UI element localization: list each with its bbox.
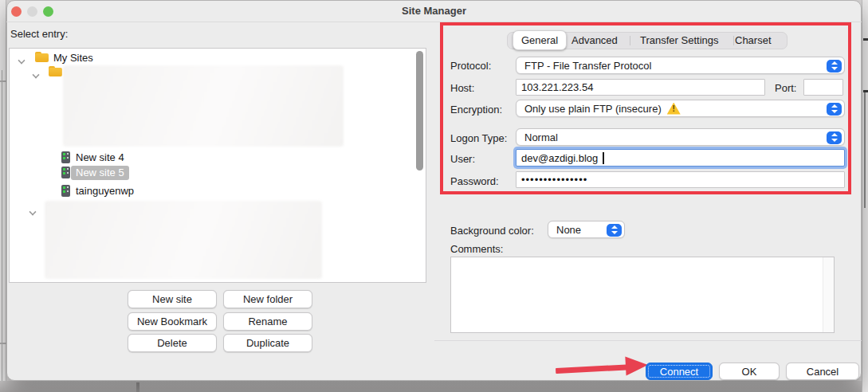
rename-button[interactable]: Rename — [223, 312, 312, 331]
cancel-button[interactable]: Cancel — [786, 363, 859, 380]
duplicate-button-label: Duplicate — [246, 337, 289, 349]
new-site-button-label: New site — [152, 293, 192, 305]
background-window-bottom-edge — [0, 381, 868, 392]
annotation-arrow-shaft — [556, 364, 627, 374]
traffic-light-close-button[interactable] — [11, 6, 22, 17]
background-color-dropdown[interactable]: None — [548, 221, 625, 238]
new-site-button[interactable]: New site — [128, 290, 217, 308]
my-sites-expander chevron-down-icon[interactable] — [18, 53, 25, 67]
new-bookmark-button[interactable]: New Bookmark — [128, 312, 217, 331]
traffic-light-minimize-button[interactable] — [27, 6, 37, 17]
ok-button[interactable]: OK — [719, 363, 780, 380]
traffic-light-zoom-button[interactable] — [43, 6, 53, 17]
connect-button-label: Connect — [660, 366, 698, 378]
ok-button-label: OK — [742, 366, 757, 378]
comments-scrollbar-track[interactable] — [823, 257, 834, 332]
comments-textarea[interactable] — [450, 257, 835, 333]
chevron-down-icon — [18, 57, 25, 64]
background-color-value: None — [556, 224, 581, 236]
folder-icon — [49, 66, 62, 76]
annotation-highlight-rectangle — [440, 22, 851, 194]
background-left-tick — [0, 343, 6, 344]
background-color-label: Background color: — [450, 225, 534, 237]
delete-button[interactable]: Delete — [128, 334, 217, 352]
tree-item-new-site-4[interactable]: New site 4 — [76, 151, 124, 163]
new-folder-button-label: New folder — [243, 293, 293, 305]
connect-button[interactable]: Connect — [646, 363, 713, 380]
background-right-tick — [863, 38, 868, 41]
folder-icon — [35, 52, 49, 62]
select-entry-label: Select entry: — [10, 28, 68, 40]
cancel-button-label: Cancel — [807, 366, 839, 378]
tree-item-tainguyenwp[interactable]: tainguyenwp — [76, 185, 134, 197]
server-site-icon — [61, 151, 70, 163]
dialog-title: Site Manager — [6, 5, 862, 17]
duplicate-button[interactable]: Duplicate — [223, 334, 312, 352]
dropdown-stepper-icon — [607, 224, 622, 237]
tree-root-my-sites[interactable]: My Sites — [53, 52, 93, 64]
subfolder-expander chevron-down-icon[interactable] — [33, 67, 39, 81]
new-folder-button[interactable]: New folder — [223, 290, 312, 308]
background-bottom-divider — [136, 382, 139, 392]
new-bookmark-button-label: New Bookmark — [137, 316, 207, 327]
redacted-tree-entries — [63, 65, 344, 147]
collapsed-group-expander chevron-down-icon[interactable] — [29, 204, 36, 218]
delete-button-label: Delete — [157, 337, 187, 349]
background-left-tick — [0, 80, 6, 82]
right-panel-bottom-divider — [434, 340, 862, 341]
chevron-down-icon — [29, 208, 36, 215]
redacted-tree-entries — [45, 201, 322, 279]
chevron-down-icon — [32, 71, 39, 78]
background-right-line — [864, 92, 866, 208]
server-site-icon — [61, 167, 70, 178]
rename-button-label: Rename — [248, 316, 287, 327]
tree-scrollbar-thumb[interactable] — [416, 51, 423, 171]
comments-label: Comments: — [450, 243, 503, 255]
tree-item-new-site-5-selected[interactable]: New site 5 — [71, 166, 129, 180]
server-site-icon — [61, 185, 70, 197]
